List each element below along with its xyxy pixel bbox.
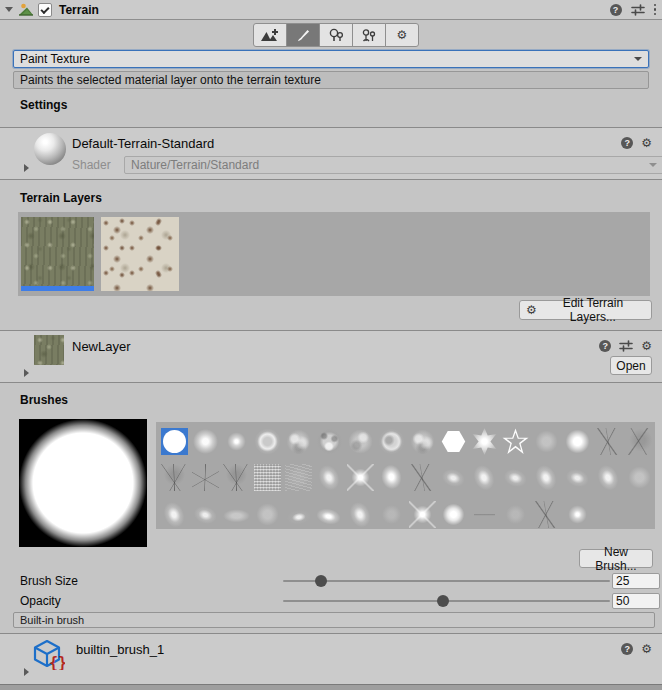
builtin-brush-note-text: Built-in brush (20, 614, 84, 626)
brushes-section-label: Brushes (20, 393, 68, 407)
new-layer-foldout-icon[interactable] (24, 369, 29, 377)
edit-terrain-layers-button[interactable]: Edit Terrain Layers... (519, 300, 652, 320)
opacity-field[interactable] (612, 593, 660, 609)
terrain-toolbar (253, 23, 419, 47)
brush-thumbnail-arc[interactable] (285, 501, 312, 528)
create-neighbor-terrains-button[interactable] (253, 23, 287, 47)
brush-thumbnail-twig[interactable] (533, 501, 560, 528)
brush-thumbnail-blob[interactable] (161, 501, 188, 528)
new-layer-thumbnail[interactable] (34, 335, 64, 365)
brush-thumbnail-burst[interactable] (347, 464, 374, 491)
brush-thumbnail-twig[interactable] (595, 428, 622, 455)
opacity-slider[interactable] (283, 594, 610, 608)
builtin-brush-block: {} builtin_brush_1 (0, 633, 662, 685)
brush-thumbnail-hex[interactable] (440, 428, 467, 455)
paint-mode-helpbox: Paints the selected material layer onto … (13, 71, 649, 89)
brush-thumbnail-noisefaint[interactable] (285, 464, 312, 491)
brush-thumbnail-blob[interactable] (347, 501, 374, 528)
open-layer-button[interactable]: Open (610, 356, 652, 375)
tree-icon (328, 28, 344, 43)
kebab-menu-icon[interactable] (654, 4, 657, 16)
helpbox-text: Paints the selected material layer onto … (20, 73, 321, 87)
new-brush-button[interactable]: New Brush... (579, 549, 653, 568)
brush-thumbnail-blob[interactable] (471, 464, 498, 491)
brush-thumbnail-blob[interactable] (316, 464, 343, 491)
brush-thumbnail-speck[interactable] (316, 428, 343, 455)
brush-thumbnail-branch[interactable] (161, 464, 188, 491)
brush-thumbnail-blob[interactable] (533, 464, 560, 491)
brush-thumbnail-faint[interactable] (533, 428, 560, 455)
brush-thumbnail-square[interactable] (254, 464, 281, 491)
brush-thumbnail-blob2[interactable] (564, 464, 591, 491)
component-foldout-icon[interactable] (5, 7, 13, 12)
terrain-layer-thumbnail-grass[interactable] (21, 217, 94, 291)
brush-thumbnail-mottle[interactable] (409, 428, 436, 455)
help-icon[interactable] (599, 340, 611, 352)
brush-thumbnail-faint2[interactable] (502, 501, 529, 528)
brush-thumbnail-faint2[interactable] (378, 501, 405, 528)
brush-thumbnail-blob2[interactable] (192, 501, 219, 528)
slider-thumb[interactable] (315, 575, 327, 587)
brush-thumbnail-arcbright[interactable] (316, 501, 343, 528)
brush-thumbnail-ring2[interactable] (378, 428, 405, 455)
brush-thumbnail-ring[interactable] (254, 428, 281, 455)
help-icon[interactable] (610, 4, 622, 16)
gear-icon[interactable] (641, 642, 652, 656)
presets-icon[interactable] (619, 340, 633, 352)
terrain-settings-button[interactable] (385, 23, 419, 47)
brush-size-slider[interactable] (283, 574, 610, 588)
brush-thumbnail-bright2[interactable] (440, 501, 467, 528)
paint-trees-button[interactable] (319, 23, 353, 47)
builtin-brush-foldout-icon[interactable] (24, 668, 29, 676)
material-preview-sphere[interactable] (34, 133, 66, 165)
brush-thumbnail-mottle[interactable] (285, 428, 312, 455)
paintbrush-icon (296, 28, 311, 43)
help-icon[interactable] (621, 643, 633, 655)
material-foldout-icon[interactable] (24, 164, 29, 172)
brush-thumbnail-bright[interactable] (564, 428, 591, 455)
brush-thumbnail-blob2[interactable] (440, 464, 467, 491)
brush-thumbnail-glow[interactable] (192, 428, 219, 455)
material-name: Default-Terrain-Standard (72, 136, 214, 151)
selected-layer-indicator (21, 286, 94, 291)
brush-thumbnail-line[interactable] (471, 501, 498, 528)
paint-mode-dropdown[interactable]: Paint Texture (13, 50, 649, 68)
help-icon[interactable] (621, 137, 633, 149)
gear-icon[interactable] (641, 136, 652, 150)
brush-thumbnail-blob[interactable] (595, 464, 622, 491)
brush-thumbnail-twig[interactable] (409, 464, 436, 491)
brush-preview (19, 419, 147, 547)
brush-thumbnail-star5[interactable] (502, 428, 529, 455)
brush-thumbnail-faint[interactable] (626, 464, 653, 491)
inspector-end-strip (0, 684, 662, 690)
paint-details-button[interactable] (352, 23, 386, 47)
terrain-layer-thumbnail-rock[interactable] (101, 217, 179, 291)
paint-terrain-button[interactable] (286, 23, 320, 47)
brush-size-field[interactable] (612, 573, 660, 589)
builtin-brush-note: Built-in brush (13, 612, 655, 628)
slider-thumb[interactable] (437, 595, 449, 607)
brush-thumbnail-dot[interactable] (564, 501, 591, 528)
brush-thumbnail-mottle2[interactable] (347, 428, 374, 455)
opacity-label: Opacity (20, 594, 61, 608)
brush-thumbnail-blob2[interactable] (502, 464, 529, 491)
brush-thumbnail-burst[interactable] (409, 501, 436, 528)
presets-icon[interactable] (631, 4, 645, 16)
brush-thumbnail-twig2[interactable] (626, 428, 653, 455)
brush-thumbnail-star6[interactable] (471, 428, 498, 455)
grass-icon (361, 28, 377, 43)
gear-icon (397, 28, 408, 42)
brush-thumbnail-faint[interactable] (254, 501, 281, 528)
brush-thumbnail-sel[interactable] (161, 428, 188, 455)
brush-thumbnail-wisp[interactable] (223, 501, 250, 528)
brush-thumbnail-branch2[interactable] (192, 464, 219, 491)
gear-icon[interactable] (641, 339, 652, 353)
gear-icon (526, 303, 537, 317)
brush-thumbnail-branch[interactable] (223, 464, 250, 491)
brush-thumbnail-dot[interactable] (223, 428, 250, 455)
brush-thumbnail-blobbright[interactable] (378, 464, 405, 491)
scriptable-object-icon: {} (33, 638, 65, 670)
component-enabled-checkbox[interactable] (38, 3, 52, 17)
mountain-plus-icon (260, 28, 280, 43)
shader-label: Shader (72, 158, 111, 172)
